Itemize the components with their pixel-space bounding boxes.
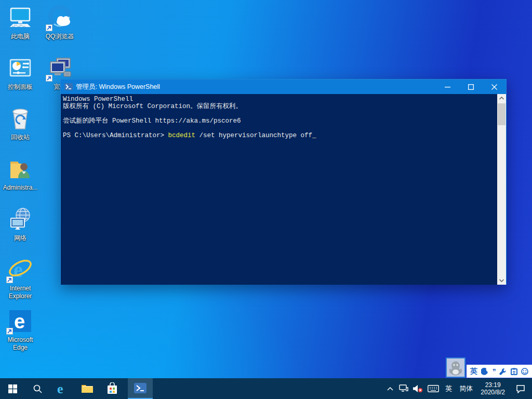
system-tray: 英 简体 23:19 2020/8/2 — [383, 378, 532, 399]
ime-mode-toggle[interactable]: 英 — [470, 367, 477, 376]
touch-keyboard-button[interactable] — [425, 378, 442, 399]
shortcut-arrow-icon — [46, 75, 52, 82]
clock-date: 2020/8/2 — [481, 389, 505, 396]
window-titlebar[interactable]: 管理员: Windows PowerShell — [61, 79, 506, 94]
scrollbar-thumb[interactable] — [498, 103, 506, 125]
microsoft-edge-icon: e — [0, 308, 41, 335]
console-line: 尝试新的跨平台 PowerShell https://aka.ms/pscore… — [63, 117, 496, 125]
taskbar: e — [0, 378, 532, 399]
shortcut-arrow-icon — [46, 24, 52, 31]
minimize-button[interactable] — [436, 79, 459, 94]
taskbar-powershell-button[interactable] — [128, 378, 153, 399]
desktop-icon-administrator-folder[interactable]: Administra... — [0, 155, 41, 192]
console-cursor: _ — [312, 132, 316, 139]
this-pc-icon — [0, 4, 41, 31]
qq-ime-avatar[interactable] — [446, 357, 466, 378]
powershell-icon — [134, 381, 147, 395]
ime-toolbar: 英 ’’ — [467, 365, 532, 378]
search-icon — [33, 384, 42, 393]
desktop-icon-label: Administra... — [0, 184, 41, 192]
desktop-icon-label: Microsoft Edge — [0, 336, 41, 352]
notification-icon — [516, 384, 525, 393]
chevron-up-icon — [387, 387, 393, 391]
control-panel-icon — [0, 55, 41, 82]
desktop-icon-label: 网络 — [0, 234, 41, 242]
volume-tray-button[interactable] — [410, 378, 425, 399]
edge-icon: e — [56, 382, 69, 395]
desktop-icon-label: 控制面板 — [0, 83, 41, 91]
start-button[interactable] — [0, 378, 25, 399]
taskbar-edge-button[interactable]: e — [50, 378, 75, 399]
keyboard-icon — [428, 385, 439, 392]
ime-language-indicator[interactable]: 英 — [442, 378, 456, 399]
desktop-icon-this-pc[interactable]: 此电脑 — [0, 4, 41, 41]
desktop-icon-qq-browser[interactable]: QQ浏览器 — [39, 4, 80, 41]
desktop-icon-internet-explorer[interactable]: e Internet Explorer — [0, 256, 41, 300]
folder-icon — [81, 383, 94, 394]
recycle-bin-icon — [0, 105, 41, 132]
qq-penguin-icon — [449, 360, 462, 376]
console-command: bcdedit — [168, 132, 196, 139]
desktop-icon-label: 回收站 — [0, 134, 41, 141]
svg-text:e: e — [57, 382, 63, 395]
powershell-icon — [64, 83, 73, 91]
desktop-icon-microsoft-edge[interactable]: e Microsoft Edge — [0, 308, 41, 352]
network-icon — [0, 206, 41, 233]
network-ethernet-icon — [399, 384, 408, 393]
ime-fullwidth-moon-icon[interactable] — [481, 368, 488, 375]
action-center-button[interactable] — [509, 378, 532, 399]
ime-settings-wrench-icon[interactable] — [499, 368, 507, 375]
ime-clipboard-icon[interactable] — [511, 368, 517, 375]
maximize-button[interactable] — [459, 79, 483, 94]
desktop-icon-label: 此电脑 — [0, 33, 41, 41]
network-tray-button[interactable] — [397, 378, 410, 399]
console-line: 版权所有 (C) Microsoft Corporation。保留所有权利。 — [63, 103, 496, 110]
taskbar-file-explorer-button[interactable] — [75, 378, 100, 399]
microsoft-store-icon — [107, 382, 118, 395]
show-hidden-icons-button[interactable] — [383, 378, 397, 399]
ime-emoji-smiley-icon[interactable] — [521, 368, 528, 375]
internet-explorer-icon: e — [0, 256, 41, 283]
user-folder-icon — [0, 155, 41, 182]
svg-text:e: e — [14, 311, 25, 332]
console-output[interactable]: Windows PowerShell 版权所有 (C) Microsoft Co… — [61, 94, 506, 285]
console-args: /set hypervisorlaunchtype off — [195, 132, 312, 139]
ime-punctuation-toggle[interactable]: ’’ — [493, 367, 496, 376]
desktop-icon-network[interactable]: 网络 — [0, 206, 41, 242]
windows-logo-icon — [8, 384, 17, 393]
console-line: Windows PowerShell — [63, 96, 496, 103]
console-prompt: PS C:\Users\Administrator> — [63, 132, 168, 139]
desktop-icon-control-panel[interactable]: 控制面板 — [0, 55, 41, 91]
console-line-blank — [63, 125, 496, 132]
scroll-down-icon[interactable] — [497, 276, 506, 285]
windows-desktop: { "desktop": { "icons": { "this_pc": "此电… — [0, 0, 532, 399]
taskbar-store-button[interactable] — [100, 378, 125, 399]
clock-time: 23:19 — [481, 381, 505, 389]
window-title: 管理员: Windows PowerShell — [76, 83, 160, 91]
powershell-window: 管理员: Windows PowerShell Windows PowerShe… — [60, 79, 507, 285]
console-prompt-line: PS C:\Users\Administrator> bcdedit /set … — [63, 132, 496, 139]
volume-muted-icon — [413, 384, 423, 393]
console-line-blank — [63, 110, 496, 117]
shortcut-arrow-icon — [6, 328, 13, 335]
qq-browser-icon — [39, 4, 80, 31]
console-scrollbar[interactable] — [497, 94, 506, 285]
shortcut-arrow-icon — [6, 276, 13, 283]
desktop-icon-recycle-bin[interactable]: 回收站 — [0, 105, 41, 141]
ime-variant-indicator[interactable]: 简体 — [456, 378, 476, 399]
clock[interactable]: 23:19 2020/8/2 — [476, 378, 509, 399]
broadband-connection-icon — [39, 55, 80, 82]
search-button[interactable] — [25, 378, 50, 399]
close-button[interactable] — [483, 79, 506, 94]
desktop-icon-label: Internet Explorer — [0, 285, 41, 300]
desktop-icon-label: QQ浏览器 — [39, 33, 80, 41]
scroll-up-icon[interactable] — [497, 94, 506, 102]
